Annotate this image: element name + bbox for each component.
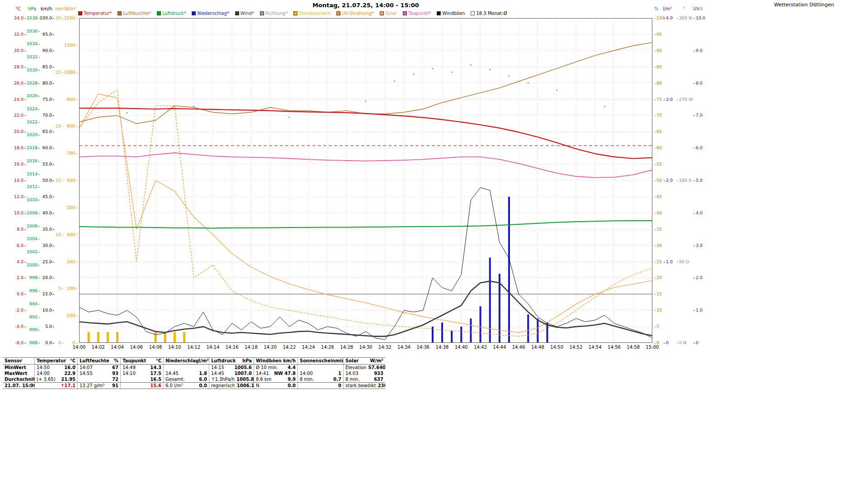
axis-tick-label: 994	[29, 302, 40, 306]
axis-tick-label: 998	[29, 276, 40, 280]
axis-tick-label: 990	[29, 328, 40, 332]
axis-tick-label: 900	[67, 97, 77, 102]
legend-item-uv-strahlung-[interactable]: UV-Strahlung*	[336, 11, 374, 16]
legend-label: Richtung*	[265, 11, 288, 16]
axis-tick-label: 1004	[27, 237, 40, 241]
x-tick-label: 14:28	[340, 345, 353, 350]
axis-tick-label: 40.0	[42, 211, 54, 215]
axis-tick-label: 45	[654, 194, 662, 199]
bar-niederschlag	[489, 258, 491, 343]
dot-richtung	[288, 117, 290, 118]
x-tick-label: 14:42	[474, 345, 487, 350]
bar-niederschlag	[508, 197, 510, 343]
axis-tick-label: 90.0	[42, 48, 54, 53]
axis-tick-label: 15	[56, 178, 63, 183]
legend-label: 18.3 Monat-Ø	[476, 11, 507, 16]
axis-tick-label: 270 W	[677, 97, 693, 102]
legend-item-wind-[interactable]: Wind*	[235, 11, 254, 16]
axis-tick-label: 360 N	[677, 16, 692, 20]
x-tick-label: 14:16	[226, 345, 239, 350]
x-tick-label: 14:34	[397, 345, 410, 350]
legend-label: Windböen	[442, 11, 465, 16]
stats-cell	[163, 365, 209, 370]
x-tick-label: 14:18	[245, 345, 258, 350]
bar-sonnenschein	[155, 332, 157, 343]
stats-cell: 14:0767	[77, 365, 120, 370]
stats-cell: 14:1017.5	[120, 370, 163, 376]
stats-col-header: SolarW/m²	[343, 358, 385, 364]
dot-richtung	[451, 71, 453, 73]
stats-cell: 8 min.0.7	[297, 376, 343, 382]
axis-tick-label: 35	[654, 227, 662, 232]
axis-tick-label: 25	[654, 260, 662, 264]
x-tick-label: 14:02	[92, 345, 105, 350]
axis-tick-label: 55.0	[42, 162, 54, 166]
axis-tick-label: 35.0	[42, 227, 54, 232]
axis-tick-label: 65	[654, 130, 662, 134]
bar-sonnenschein	[183, 332, 185, 343]
stats-cell: N0.0	[254, 383, 297, 389]
axis-tick-label: 75	[654, 97, 662, 102]
x-tick-label: 14:46	[512, 345, 525, 350]
axis-tick-label: 22.0	[14, 114, 26, 118]
axis-tick-label: 16.0	[14, 162, 26, 166]
legend-item-luftdruck-[interactable]: Luftdruck*	[157, 11, 186, 16]
dot-richtung	[528, 82, 529, 84]
bar-niederschlag	[537, 318, 538, 343]
axis-tick-label: 4.0	[17, 260, 26, 264]
axis-tick-label: 988	[29, 341, 40, 345]
axis-tick-label: 12.0	[14, 194, 26, 199]
stats-cell: ↑1.3hPa/h1005.8	[209, 376, 254, 382]
legend-item-richtung-[interactable]: Richtung*	[260, 11, 288, 16]
axis-tick-label: 10.0	[14, 211, 26, 215]
axis-tick-label: 5	[58, 287, 63, 291]
axis-header-uvi: UV-I	[693, 7, 702, 11]
legend-item-luftfeuchte-[interactable]: Luftfeuchte*	[118, 11, 151, 16]
stats-cell: 14:151005.6	[209, 365, 254, 370]
axis-tick-label: 85.0	[42, 65, 54, 69]
axis-tick-label: 700	[67, 151, 77, 156]
x-tick-label: 14:54	[589, 345, 602, 350]
stats-col-header: Taupunkt°C	[120, 358, 163, 364]
axis-tick-label: 1.0	[693, 308, 703, 313]
bar-sonnenschein	[107, 332, 109, 343]
axis-tick-label: 1020	[27, 133, 40, 138]
legend-item-18-3-monat-[interactable]: 18.3 Monat-Ø	[471, 11, 507, 16]
axis-tick-label: 2.0	[693, 276, 703, 280]
axis-tick-label: 30	[654, 243, 662, 248]
axis-tick-label: 32.0	[14, 32, 26, 37]
legend-item-temperatur-[interactable]: Temperatur*	[78, 11, 112, 16]
axis-tick-label: 15	[654, 292, 662, 297]
legend-item-sonnenschein[interactable]: Sonnenschein	[293, 11, 330, 16]
axis-tick-label: 50	[654, 178, 662, 183]
axis-tick-label: 30.0	[14, 48, 26, 53]
legend-item-windböen[interactable]: Windböen	[437, 11, 465, 16]
legend-item-taupunkt-[interactable]: Taupunkt*	[403, 11, 431, 16]
legend-item-niederschlag-[interactable]: Niederschlag*	[192, 11, 229, 16]
axis-tick-label: 18.0	[14, 146, 26, 150]
stats-cell: 0	[297, 383, 343, 389]
legend-item-solar[interactable]: Solar	[380, 11, 396, 16]
legend-color-box	[118, 11, 122, 15]
axis-tick-label: 20	[56, 124, 63, 129]
legend-color-box	[157, 11, 161, 15]
stats-header-row: SensorTemperatur°CLuftfeuchte%Taupunkt°C…	[3, 358, 385, 365]
x-tick-label: 14:04	[111, 345, 124, 350]
chart-plot-area[interactable]	[79, 18, 652, 343]
axis-tick-label: 14.0	[14, 178, 26, 183]
axis-tick-label: 28.0	[14, 65, 26, 69]
bar-sonnenschein	[164, 332, 166, 343]
series-uv	[79, 90, 652, 337]
axis-tick-label: 1038	[27, 16, 40, 20]
bar-niederschlag	[451, 331, 453, 343]
axis-tick-label: 180 S	[677, 178, 691, 183]
x-tick-label: 14:32	[378, 345, 392, 350]
stats-cell: 8.6 km9.9	[254, 376, 297, 382]
axis-tick-label: -2.0	[15, 308, 26, 313]
axis-tick-label: 0	[58, 341, 63, 345]
axis-tick-label: 1026	[27, 94, 40, 99]
axis-tick-label: 1000	[64, 70, 77, 75]
legend-label: Luftfeuchte*	[123, 11, 151, 16]
dot-richtung	[556, 90, 557, 91]
stats-table: SensorTemperatur°CLuftfeuchte%Taupunkt°C…	[3, 357, 385, 389]
